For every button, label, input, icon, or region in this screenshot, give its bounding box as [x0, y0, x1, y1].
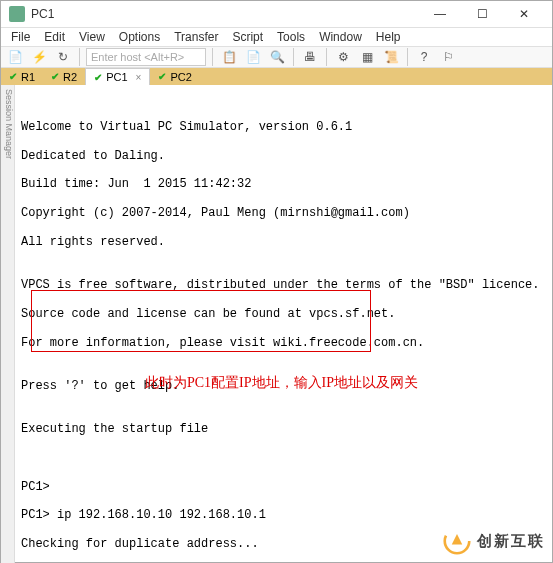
menu-window[interactable]: Window [313, 28, 368, 46]
window-title: PC1 [31, 7, 420, 21]
close-button[interactable]: ✕ [504, 1, 544, 27]
window-controls: — ☐ ✕ [420, 1, 544, 27]
menu-tools[interactable]: Tools [271, 28, 311, 46]
tab-r1[interactable]: ✔R1 [1, 69, 43, 85]
tab-bar: ✔R1 ✔R2 ✔PC1× ✔PC2 [1, 68, 552, 85]
tab-label: PC2 [170, 71, 191, 83]
host-input[interactable]: Enter host <Alt+R> [86, 48, 206, 66]
menu-view[interactable]: View [73, 28, 111, 46]
find-icon[interactable]: 🔍 [267, 47, 287, 67]
app-icon [9, 6, 25, 22]
close-tab-icon[interactable]: × [136, 72, 142, 83]
check-icon: ✔ [51, 71, 59, 82]
maximize-button[interactable]: ☐ [462, 1, 502, 27]
app-window: PC1 — ☐ ✕ File Edit View Options Transfe… [0, 0, 553, 563]
terminal-line: Welcome to Virtual PC Simulator, version… [21, 120, 546, 134]
menu-file[interactable]: File [5, 28, 36, 46]
menu-options[interactable]: Options [113, 28, 166, 46]
terminal-line: Dedicated to Daling. [21, 149, 546, 163]
check-icon: ✔ [9, 71, 17, 82]
terminal-line: All rights reserved. [21, 235, 546, 249]
menu-script[interactable]: Script [226, 28, 269, 46]
reconnect-icon[interactable]: ↻ [53, 47, 73, 67]
menu-edit[interactable]: Edit [38, 28, 71, 46]
highlight-box [31, 290, 371, 352]
tab-pc2[interactable]: ✔PC2 [150, 69, 199, 85]
tab-label: R2 [63, 71, 77, 83]
new-session-icon[interactable]: 📄 [5, 47, 25, 67]
watermark-text: 创新互联 [477, 532, 545, 551]
watermark-logo-icon [443, 527, 471, 555]
script-icon[interactable]: 📜 [381, 47, 401, 67]
terminal-line: PC1> ip 192.168.10.10 192.168.10.1 [21, 508, 546, 522]
watermark: 创新互联 [443, 527, 545, 555]
tile-icon[interactable]: ▦ [357, 47, 377, 67]
toolbar: 📄 ⚡ ↻ Enter host <Alt+R> 📋 📄 🔍 🖶 ⚙ ▦ 📜 ?… [1, 47, 552, 68]
tab-pc1[interactable]: ✔PC1× [85, 68, 150, 85]
help-icon[interactable]: ? [414, 47, 434, 67]
connect-icon[interactable]: ⚡ [29, 47, 49, 67]
tab-r2[interactable]: ✔R2 [43, 69, 85, 85]
tab-label: PC1 [106, 71, 127, 83]
minimize-button[interactable]: — [420, 1, 460, 27]
terminal[interactable]: Welcome to Virtual PC Simulator, version… [15, 85, 552, 563]
menu-help[interactable]: Help [370, 28, 407, 46]
terminal-line: Copyright (c) 2007-2014, Paul Meng (mirn… [21, 206, 546, 220]
check-icon: ✔ [94, 72, 102, 83]
titlebar: PC1 — ☐ ✕ [1, 1, 552, 28]
annotation-text: 此时为PC1配置IP地址，输入IP地址以及网关 [145, 375, 418, 392]
session-manager-sidebar[interactable]: Session Manager [1, 85, 15, 563]
terminal-line: Executing the startup file [21, 422, 546, 436]
print-icon[interactable]: 🖶 [300, 47, 320, 67]
check-icon: ✔ [158, 71, 166, 82]
paste-icon[interactable]: 📄 [243, 47, 263, 67]
terminal-line: PC1> [21, 480, 546, 494]
tab-label: R1 [21, 71, 35, 83]
sidebar-label: Session Manager [4, 89, 14, 159]
options-icon[interactable]: ⚐ [438, 47, 458, 67]
settings-icon[interactable]: ⚙ [333, 47, 353, 67]
terminal-line: Build time: Jun 1 2015 11:42:32 [21, 177, 546, 191]
menu-bar: File Edit View Options Transfer Script T… [1, 28, 552, 47]
body-area: Session Manager Welcome to Virtual PC Si… [1, 85, 552, 563]
menu-transfer[interactable]: Transfer [168, 28, 224, 46]
copy-icon[interactable]: 📋 [219, 47, 239, 67]
